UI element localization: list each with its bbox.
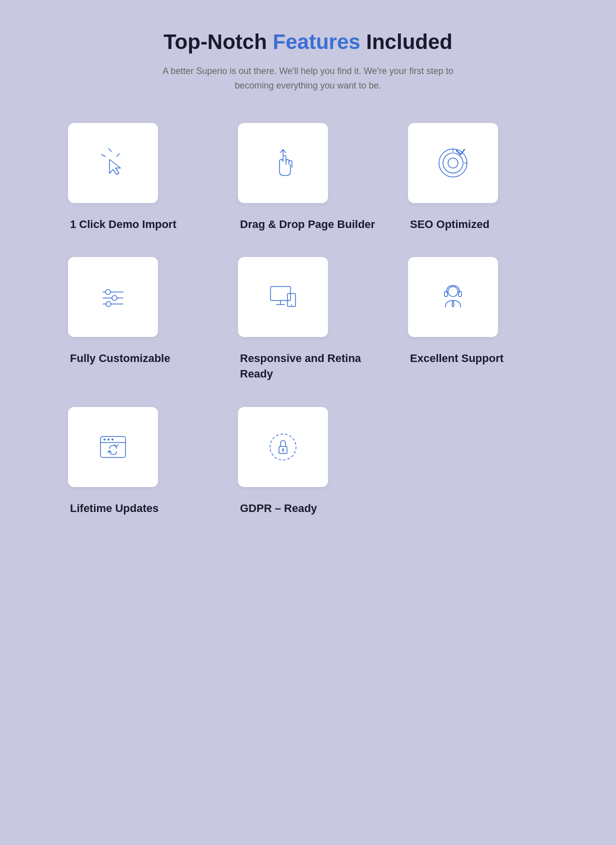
- svg-point-14: [106, 302, 111, 306]
- feature-gdpr: GDPR – Ready: [238, 407, 378, 516]
- seo-label: SEO Optimized: [408, 217, 490, 232]
- svg-point-32: [270, 434, 296, 460]
- svg-rect-21: [444, 292, 448, 296]
- svg-point-5: [443, 153, 463, 173]
- svg-point-20: [448, 286, 458, 296]
- customizable-icon-box: [68, 257, 158, 337]
- svg-point-6: [448, 158, 458, 168]
- support-agent-icon: [436, 280, 470, 314]
- updates-icon-box: [68, 407, 158, 487]
- header-subtitle: A better Superio is out there. We'll hel…: [158, 64, 458, 93]
- click-demo-import-icon-box: [68, 123, 158, 203]
- target-icon: [436, 146, 470, 180]
- customizable-label: Fully Customizable: [68, 351, 170, 366]
- svg-line-0: [108, 148, 112, 152]
- feature-support: Excellent Support: [408, 257, 548, 382]
- feature-customizable: Fully Customizable: [68, 257, 208, 382]
- sliders-icon: [96, 280, 130, 314]
- title-normal2: Included: [366, 30, 452, 54]
- support-icon-box: [408, 257, 498, 337]
- feature-updates: Lifetime Updates: [68, 407, 208, 516]
- svg-rect-22: [458, 292, 462, 296]
- svg-line-26: [453, 304, 454, 307]
- feature-seo: SEO Optimized: [408, 123, 548, 232]
- svg-point-10: [106, 290, 110, 294]
- feature-click-demo-import: 1 Click Demo Import: [68, 123, 208, 232]
- drag-drop-icon-box: [238, 123, 328, 203]
- svg-point-29: [104, 438, 106, 440]
- gdpr-label: GDPR – Ready: [238, 501, 317, 516]
- svg-line-24: [453, 300, 454, 304]
- svg-point-12: [112, 296, 117, 300]
- click-demo-import-label: 1 Click Demo Import: [68, 217, 176, 232]
- responsive-icon-box: [238, 257, 328, 337]
- feature-drag-drop: Drag & Drop Page Builder: [238, 123, 378, 232]
- svg-point-30: [108, 438, 110, 440]
- cursor-icon: [96, 146, 130, 180]
- svg-line-1: [102, 154, 106, 156]
- title-highlight: Features: [273, 30, 360, 54]
- features-grid: 1 Click Demo Import Drag & Drop Page Bui…: [68, 123, 548, 516]
- header-section: Top-Notch Features Included A better Sup…: [158, 30, 458, 93]
- gdpr-icon-box: [238, 407, 328, 487]
- seo-icon-box: [408, 123, 498, 203]
- browser-refresh-icon: [96, 430, 130, 464]
- support-label: Excellent Support: [408, 351, 504, 366]
- svg-line-2: [116, 154, 120, 156]
- page-container: Top-Notch Features Included A better Sup…: [68, 30, 548, 516]
- page-title: Top-Notch Features Included: [158, 30, 458, 54]
- responsive-label: Responsive and Retina Ready: [238, 351, 378, 382]
- updates-label: Lifetime Updates: [68, 501, 158, 516]
- shield-lock-icon: [266, 430, 300, 464]
- feature-responsive: Responsive and Retina Ready: [238, 257, 378, 382]
- devices-icon: [266, 280, 300, 314]
- svg-point-31: [112, 438, 114, 440]
- title-normal1: Top-Notch: [164, 30, 267, 54]
- hand-touch-icon: [266, 146, 300, 180]
- drag-drop-label: Drag & Drop Page Builder: [238, 217, 375, 232]
